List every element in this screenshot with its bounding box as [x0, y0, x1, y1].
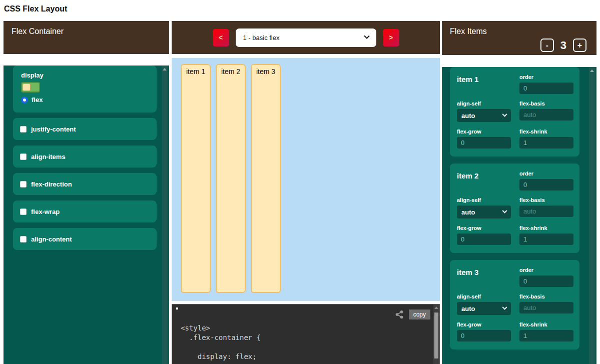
flex-grow-field: flex-grow [457, 322, 511, 342]
flex-grow-label: flex-grow [457, 322, 511, 328]
left-panel-scrollbar[interactable] [162, 66, 168, 364]
flex-shrink-field: flex-shrink [519, 128, 573, 148]
flex-grow-input[interactable] [457, 330, 511, 342]
toggle-knob-icon [23, 84, 31, 91]
property-card-flex-wrap[interactable]: flex-wrap [13, 200, 157, 222]
flex-item-card-3: item 3 order align-self auto flex-basis … [450, 260, 579, 350]
increase-items-button[interactable]: + [573, 38, 586, 52]
item-count: 3 [560, 39, 566, 52]
flex-container-header: Flex Container [4, 21, 169, 54]
flex-grow-input[interactable] [457, 137, 511, 148]
example-select-value: 1 - basic flex [243, 34, 280, 42]
flex-basis-input[interactable] [519, 109, 573, 120]
scroll-up-arrow-icon[interactable] [590, 70, 594, 72]
item-name: item 3 [457, 267, 511, 287]
align-self-field: align-self auto [457, 100, 511, 122]
align-self-field: align-self auto [457, 197, 511, 218]
right-panel-scrollbar[interactable] [589, 67, 595, 364]
flex-grow-label: flex-grow [457, 225, 511, 231]
order-input[interactable] [519, 276, 573, 287]
code-scrollbar[interactable] [433, 304, 439, 364]
flex-grow-label: flex-grow [457, 128, 511, 134]
property-card-align-content[interactable]: align-content [13, 228, 157, 250]
flex-item-card-1: item 1 order align-self auto flex-basis … [450, 67, 579, 156]
flex-grow-field: flex-grow [457, 225, 511, 245]
chevron-down-icon [502, 304, 507, 310]
flex-radio-label: flex [32, 96, 43, 104]
flex-basis-input[interactable] [519, 206, 573, 217]
checkbox-icon[interactable] [20, 181, 27, 188]
item-count-controls: - 3 + [540, 38, 586, 52]
scrollbar-thumb[interactable] [434, 312, 438, 358]
order-label: order [519, 74, 573, 80]
align-self-label: align-self [457, 100, 511, 106]
prev-example-button[interactable]: < [213, 29, 229, 46]
item-name: item 1 [457, 74, 511, 94]
order-label: order [519, 267, 573, 273]
align-self-field: align-self auto [457, 294, 511, 315]
copy-button[interactable]: copy [409, 310, 430, 320]
code-block: <style> .flex-container { display: flex; [181, 324, 429, 362]
property-label: flex-wrap [31, 208, 60, 216]
flex-preview-container: item 1 item 2 item 3 [172, 58, 440, 301]
page-title: CSS Flex Layout [4, 4, 67, 14]
align-self-value: auto [461, 208, 475, 216]
align-self-value: auto [461, 112, 475, 120]
checkbox-icon[interactable] [20, 126, 27, 132]
preview-flex-item-2: item 2 [216, 64, 246, 293]
flex-basis-field: flex-basis [519, 294, 573, 315]
flex-basis-label: flex-basis [519, 197, 573, 203]
decrease-items-button[interactable]: - [540, 38, 554, 52]
display-toggle[interactable] [21, 82, 40, 92]
flex-basis-field: flex-basis [519, 100, 573, 122]
scroll-up-arrow-icon[interactable] [163, 68, 167, 70]
share-icon[interactable] [395, 310, 404, 319]
chevron-down-icon [502, 112, 507, 116]
flex-items-body: item 1 order align-self auto flex-basis … [442, 67, 596, 364]
flex-item-card-2: item 2 order align-self auto flex-basis … [450, 164, 579, 253]
flex-shrink-input[interactable] [519, 234, 573, 245]
checkbox-icon[interactable] [20, 154, 27, 160]
align-self-select[interactable]: auto [457, 109, 511, 122]
checkbox-icon[interactable] [20, 208, 27, 215]
flex-basis-field: flex-basis [519, 197, 573, 218]
order-input[interactable] [519, 82, 573, 94]
property-card-flex-direction[interactable]: flex-direction [13, 173, 157, 195]
property-label: align-content [31, 236, 72, 243]
flex-basis-label: flex-basis [519, 100, 573, 106]
align-self-select[interactable]: auto [457, 302, 511, 315]
example-nav-bar: < 1 - basic flex > [172, 21, 440, 54]
flex-shrink-input[interactable] [519, 137, 573, 148]
property-label: flex-direction [31, 180, 72, 188]
flex-grow-input[interactable] [457, 234, 511, 245]
flex-container-panel: Flex Container display flex justify-cont… [4, 21, 169, 364]
align-self-value: auto [461, 305, 475, 312]
code-line: .flex-container { [181, 333, 429, 342]
flex-shrink-input[interactable] [519, 330, 573, 342]
align-self-label: align-self [457, 294, 511, 300]
preview-flex-item-3: item 3 [251, 64, 281, 293]
next-example-button[interactable]: > [383, 29, 399, 46]
flex-container-body: display flex justify-content align-items… [4, 66, 169, 364]
order-field: order [519, 74, 573, 94]
checkbox-icon[interactable] [20, 236, 27, 242]
flex-basis-input[interactable] [519, 302, 573, 314]
preview-column: < 1 - basic flex > item 1 item 2 item 3 … [172, 21, 440, 364]
item-name: item 2 [457, 170, 511, 190]
flex-shrink-label: flex-shrink [519, 128, 573, 134]
code-line: <style> [181, 324, 429, 333]
order-label: order [519, 170, 573, 176]
radio-checked-icon[interactable] [21, 96, 28, 104]
align-self-select[interactable]: auto [457, 206, 511, 218]
property-card-justify-content[interactable]: justify-content [13, 118, 157, 140]
code-line [181, 342, 429, 352]
flex-grow-field: flex-grow [457, 128, 511, 148]
property-label: align-items [31, 153, 66, 160]
scroll-up-arrow-icon[interactable] [434, 306, 438, 309]
example-select[interactable]: 1 - basic flex [236, 28, 376, 47]
chevron-down-icon [502, 208, 507, 213]
order-input[interactable] [519, 179, 573, 190]
code-line: display: flex; [181, 352, 429, 362]
flex-shrink-label: flex-shrink [519, 225, 573, 231]
property-card-align-items[interactable]: align-items [13, 146, 157, 168]
